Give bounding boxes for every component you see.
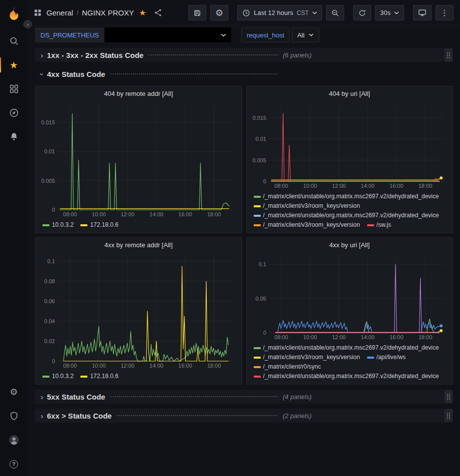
svg-text:14:00: 14:00 xyxy=(149,211,163,217)
row-drag-handle[interactable] xyxy=(445,409,453,422)
datasource-select[interactable] xyxy=(104,27,231,42)
legend-item[interactable]: /_matrix/client/unstable/org.matrix.msc2… xyxy=(254,211,439,220)
legend-swatch xyxy=(367,224,374,226)
panel-title[interactable]: 404 by remote addr [All] xyxy=(35,86,242,100)
svg-text:12:00: 12:00 xyxy=(121,363,135,369)
row-1xx-3xx-2xx-status-code[interactable]: › 1xx - 3xx - 2xx Status Code (6 panels) xyxy=(35,48,453,62)
row-drag-handle[interactable] xyxy=(445,48,453,61)
refresh-interval-picker[interactable]: 30s xyxy=(375,5,404,20)
sidebar-item-search[interactable] xyxy=(0,29,27,53)
breadcrumb-folder[interactable]: General xyxy=(46,8,73,17)
legend-item[interactable]: 10.0.3.2 xyxy=(42,372,73,381)
row-panel-count: (6 panels) xyxy=(283,51,312,59)
dashboard-scroll-area[interactable]: › 1xx - 3xx - 2xx Status Code (6 panels)… xyxy=(27,44,460,476)
svg-text:10:00: 10:00 xyxy=(92,363,106,369)
legend-item[interactable]: /_matrix/client/unstable/org.matrix.msc2… xyxy=(254,372,439,381)
refresh-button[interactable] xyxy=(353,5,371,20)
timeseries-chart[interactable]: 08:0010:0012:0014:0016:0018:0000.0050.01… xyxy=(38,100,239,219)
dashboard-settings-button[interactable]: ⚙ xyxy=(210,5,228,20)
legend-item[interactable]: /_matrix/client/unstable/org.matrix.msc2… xyxy=(254,343,439,353)
svg-text:18:00: 18:00 xyxy=(207,211,221,217)
sidebar-expand-button[interactable]: › xyxy=(23,20,32,28)
star-icon: ★ xyxy=(9,59,18,71)
legend-label: /_matrix/client/v3/room_keys/version xyxy=(263,353,360,362)
legend-item[interactable]: 172.18.0.6 xyxy=(80,372,118,381)
svg-text:08:00: 08:00 xyxy=(63,211,77,217)
sidebar-item-alerting[interactable] xyxy=(0,125,27,149)
sidebar-item-server-admin[interactable] xyxy=(0,404,27,428)
sidebar-item-dashboards[interactable] xyxy=(0,77,27,101)
chevron-right-icon: › xyxy=(37,412,47,420)
svg-text:08:00: 08:00 xyxy=(274,183,288,189)
sidebar-item-starred[interactable]: ★ xyxy=(0,53,27,77)
user-avatar xyxy=(8,435,19,446)
kebab-menu-icon: ⋮ xyxy=(441,9,449,17)
request-host-variable: request_host All xyxy=(241,27,319,42)
sidebar-item-configuration[interactable]: ⚙ xyxy=(0,380,27,404)
time-range-picker[interactable]: Last 12 hours CST xyxy=(237,5,322,20)
timeseries-chart[interactable]: 08:0010:0012:0014:0016:0018:0000.0050.01… xyxy=(250,100,450,190)
legend-label: /api/live/ws xyxy=(377,353,406,362)
panel-title[interactable]: 4xx by remote addr [All] xyxy=(35,238,242,252)
chevron-down-icon xyxy=(309,33,314,36)
zoom-out-button[interactable] xyxy=(326,5,344,20)
sidebar-item-explore[interactable] xyxy=(0,101,27,125)
svg-text:0.06: 0.06 xyxy=(44,298,55,304)
more-options-button[interactable]: ⋮ xyxy=(436,5,454,20)
sidebar: ★ ⚙ ? xyxy=(0,0,27,476)
svg-text:12:00: 12:00 xyxy=(121,211,135,217)
svg-text:18:00: 18:00 xyxy=(418,183,432,189)
svg-text:0.1: 0.1 xyxy=(258,261,266,267)
favorite-star-icon[interactable]: ★ xyxy=(139,8,146,17)
legend-item[interactable]: /_matrix/client/unstable/org.matrix.msc2… xyxy=(254,192,439,201)
request-host-label[interactable]: request_host xyxy=(241,27,290,42)
row-5xx-status-code[interactable]: › 5xx Status Code (4 panels) xyxy=(35,390,453,404)
legend-item[interactable]: /sw.js xyxy=(367,220,391,230)
zoom-out-icon xyxy=(331,9,339,17)
chart-legend: 10.0.3.2172.18.0.6 xyxy=(38,219,239,231)
sidebar-item-profile[interactable] xyxy=(0,428,27,452)
kiosk-mode-button[interactable] xyxy=(413,5,432,20)
legend-swatch xyxy=(367,357,374,359)
legend-item[interactable]: /_matrix/client/v3/room_keys/version xyxy=(254,220,360,230)
legend-item[interactable]: 10.0.3.2 xyxy=(42,220,73,230)
share-icon[interactable] xyxy=(154,8,162,17)
dashboards-grid-icon xyxy=(9,84,19,94)
svg-text:0.05: 0.05 xyxy=(255,296,266,302)
legend-swatch xyxy=(254,347,261,349)
sidebar-item-help[interactable]: ? xyxy=(0,452,27,476)
save-dashboard-button[interactable] xyxy=(188,5,206,20)
row-drag-handle[interactable] xyxy=(445,390,453,403)
timeseries-chart[interactable]: 08:0010:0012:0014:0016:0018:0000.050.1 xyxy=(250,252,450,342)
legend-item[interactable]: /_matrix/client/v3/room_keys/version xyxy=(254,201,360,211)
legend-item[interactable]: 172.18.0.6 xyxy=(80,220,118,230)
legend-swatch xyxy=(254,205,261,207)
row-6xx-status-code[interactable]: › 6xx > Status Code (2 panels) xyxy=(35,409,453,423)
panel-title[interactable]: 4xx by uri [All] xyxy=(247,238,453,252)
panel-title[interactable]: 404 by uri [All] xyxy=(247,86,453,100)
drag-dots-icon xyxy=(447,52,451,58)
svg-text:10:00: 10:00 xyxy=(303,183,317,189)
legend-label: /_matrix/client/v3/room_keys/version xyxy=(263,201,360,211)
svg-text:0.015: 0.015 xyxy=(252,115,266,121)
svg-text:0.015: 0.015 xyxy=(41,119,55,125)
timeseries-chart[interactable]: 08:0010:0012:0014:0016:0018:0000.020.040… xyxy=(38,252,239,370)
breadcrumb-separator: / xyxy=(76,9,78,16)
row-4xx-status-code[interactable]: › 4xx Status Code xyxy=(35,67,453,81)
request-host-select[interactable]: All xyxy=(292,27,319,42)
legend-label: /_matrix/client/r0/sync xyxy=(263,362,321,372)
svg-text:10:00: 10:00 xyxy=(303,334,317,340)
toolbar: ⚙ Last 12 hours CST xyxy=(188,5,454,20)
legend-item[interactable]: /_matrix/client/r0/sync xyxy=(254,362,321,372)
legend-item[interactable]: /_matrix/client/v3/room_keys/version xyxy=(254,353,360,362)
legend-swatch xyxy=(254,196,261,198)
legend-item[interactable]: /api/live/ws xyxy=(367,353,406,362)
datasource-variable-label[interactable]: DS_PROMETHEUS xyxy=(35,27,104,42)
legend-swatch xyxy=(254,376,261,378)
dashboard-title[interactable]: NGINX PROXY xyxy=(82,8,134,17)
legend-label: /_matrix/client/v3/room_keys/version xyxy=(263,220,360,230)
legend-swatch xyxy=(80,224,87,226)
help-icon: ? xyxy=(9,460,18,469)
refresh-icon xyxy=(358,9,366,17)
svg-text:0: 0 xyxy=(263,330,266,336)
